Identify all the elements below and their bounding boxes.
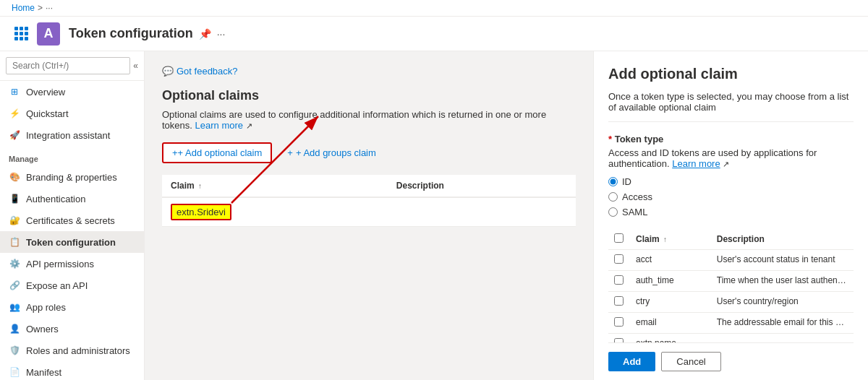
panel-claim-row[interactable]: acctUser's account status in tenant <box>608 250 854 271</box>
action-bar: + + Add optional claim + + Add groups cl… <box>162 142 576 163</box>
sidebar-item-roles-admins[interactable]: 🛡️ Roles and administrators <box>0 340 144 361</box>
top-bar: A Token configuration 📌 ··· <box>0 17 868 51</box>
right-panel: Add optional claim Once a token type is … <box>593 51 868 380</box>
claim-checkbox[interactable] <box>614 296 624 306</box>
sidebar-item-integration[interactable]: 🚀 Integration assistant <box>0 124 144 146</box>
quickstart-icon: ⚡ <box>9 108 20 119</box>
panel-claim-description: Time when the user last authenticated; S… <box>711 271 854 292</box>
section-desc: Optional claims are used to configure ad… <box>162 109 576 131</box>
cancel-button[interactable]: Cancel <box>661 352 720 371</box>
claim-checkbox-cell[interactable] <box>608 334 630 343</box>
sidebar-item-label: Quickstart <box>26 108 69 119</box>
main-content: 💬 Got feedback? Optional claims Optional… <box>145 51 593 380</box>
add-button[interactable]: Add <box>608 352 655 371</box>
collapse-button[interactable]: « <box>133 61 138 71</box>
claims-table: Claim ↑ Description extn.Sridevi <box>162 175 576 227</box>
sidebar: « ⊞ Overview ⚡ Quickstart 🚀 Integration … <box>0 51 145 380</box>
panel-claim-label: auth_time <box>630 271 711 292</box>
token-learn-more-link[interactable]: Learn more <box>672 158 720 169</box>
panel-footer: Add Cancel <box>608 342 854 380</box>
claim-value-cell: extn.Sridevi <box>171 204 231 220</box>
roles-icon: 🛡️ <box>9 345 20 356</box>
description-cell <box>388 197 576 227</box>
panel-claim-description: User's country/region <box>711 292 854 313</box>
claim-checkbox-cell[interactable] <box>608 271 630 292</box>
panel-claim-row[interactable]: extn.name <box>608 334 854 343</box>
claim-panel-header: Claim ↑ <box>630 229 711 250</box>
radio-id[interactable]: ID <box>608 176 854 187</box>
claim-checkbox-cell[interactable] <box>608 313 630 334</box>
panel-claim-row[interactable]: emailThe addressable email for this user… <box>608 313 854 334</box>
sort-icon: ↑ <box>198 182 202 190</box>
certificates-icon: 🔐 <box>9 215 20 226</box>
token-type-desc: Access and ID tokens are used by applica… <box>608 147 854 169</box>
claim-checkbox-cell[interactable] <box>608 250 630 271</box>
claim-checkbox[interactable] <box>614 254 624 264</box>
sidebar-item-overview[interactable]: ⊞ Overview <box>0 81 144 103</box>
sidebar-item-label: Roles and administrators <box>26 345 130 356</box>
branding-icon: 🎨 <box>9 171 20 183</box>
api-permissions-icon: ⚙️ <box>9 258 20 269</box>
token-type-field: * Token type Access and ID tokens are us… <box>608 134 854 229</box>
breadcrumb-home[interactable]: Home <box>12 3 35 13</box>
claim-column-header: Claim ↑ <box>162 175 388 197</box>
sidebar-item-label: Branding & properties <box>26 172 117 183</box>
sidebar-item-branding[interactable]: 🎨 Branding & properties <box>0 166 144 188</box>
claims-panel-table: Claim ↑ Description acctUser's account s… <box>608 229 854 342</box>
claim-checkbox[interactable] <box>614 317 624 327</box>
sidebar-item-api-permissions[interactable]: ⚙️ API permissions <box>0 253 144 275</box>
panel-claim-label: acct <box>630 250 711 271</box>
table-row[interactable]: extn.Sridevi <box>162 197 576 227</box>
token-type-label: * Token type <box>608 134 854 144</box>
pin-icon[interactable]: 📌 <box>199 28 211 40</box>
sidebar-item-label: Expose an API <box>26 280 88 291</box>
page-title: Token configuration <box>69 26 193 41</box>
radio-access[interactable]: Access <box>608 191 854 202</box>
sidebar-item-label: Token configuration <box>26 237 116 248</box>
description-column-header: Description <box>388 175 576 197</box>
panel-claim-description: User's account status in tenant <box>711 250 854 271</box>
app-grid-icon[interactable] <box>12 24 31 43</box>
sidebar-item-expose-api[interactable]: 🔗 Expose an API <box>0 275 144 296</box>
sidebar-item-certificates[interactable]: 🔐 Certificates & secrets <box>0 210 144 231</box>
feedback-icon: 💬 <box>162 66 174 77</box>
sidebar-item-label: Authentication <box>26 194 85 204</box>
select-all-checkbox[interactable] <box>614 233 624 243</box>
sidebar-item-label: Integration assistant <box>26 130 110 141</box>
claim-checkbox-cell[interactable] <box>608 292 630 313</box>
sidebar-item-app-roles[interactable]: 👥 App roles <box>0 296 144 318</box>
sidebar-item-label: API permissions <box>26 259 94 269</box>
sidebar-item-label: Manifest <box>26 367 61 378</box>
search-input[interactable] <box>6 57 130 74</box>
breadcrumb-current: ··· <box>46 3 53 13</box>
more-icon[interactable]: ··· <box>217 28 226 40</box>
sidebar-item-authentication[interactable]: 📱 Authentication <box>0 188 144 210</box>
radio-saml[interactable]: SAML <box>608 207 854 217</box>
panel-claim-description <box>711 334 854 343</box>
claims-list-panel: Claim ↑ Description acctUser's account s… <box>608 229 854 342</box>
sidebar-item-manifest[interactable]: 📄 Manifest <box>0 361 144 380</box>
sidebar-item-owners[interactable]: 👤 Owners <box>0 318 144 340</box>
claim-checkbox[interactable] <box>614 275 624 285</box>
checkbox-header <box>608 229 630 250</box>
sidebar-item-label: App roles <box>26 302 66 313</box>
owners-icon: 👤 <box>9 323 20 334</box>
panel-claim-row[interactable]: auth_timeTime when the user last authent… <box>608 271 854 292</box>
expose-api-icon: 🔗 <box>9 280 20 291</box>
panel-title: Add optional claim <box>608 66 854 82</box>
sidebar-item-label: Overview <box>26 87 65 98</box>
app-roles-icon: 👥 <box>9 301 20 313</box>
overview-icon: ⊞ <box>9 86 20 98</box>
sidebar-item-quickstart[interactable]: ⚡ Quickstart <box>0 103 144 124</box>
add-groups-icon: + <box>287 147 293 158</box>
token-type-radio-group: ID Access SAML <box>608 176 854 217</box>
add-optional-claim-button[interactable]: + + Add optional claim <box>162 142 272 163</box>
add-groups-claim-button[interactable]: + + Add groups claim <box>278 143 386 163</box>
manifest-icon: 📄 <box>9 366 20 378</box>
feedback-button[interactable]: 💬 Got feedback? <box>162 66 238 77</box>
add-icon: + <box>172 147 178 158</box>
manage-section-label: Manage <box>0 146 144 166</box>
learn-more-link[interactable]: Learn more <box>195 120 243 131</box>
sidebar-item-token-config[interactable]: 📋 Token configuration <box>0 231 144 253</box>
panel-claim-row[interactable]: ctryUser's country/region <box>608 292 854 313</box>
